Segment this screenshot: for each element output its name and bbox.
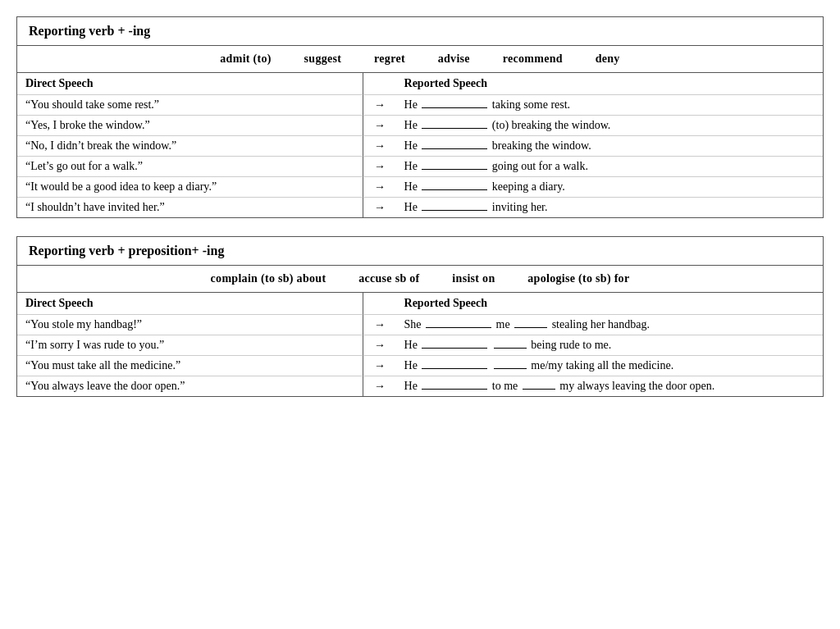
- s2-direct-1: “You stole my handbag!”: [17, 314, 363, 335]
- s2-reported-3: He me/my taking all the medicine.: [396, 355, 823, 376]
- s2-blank-3b: [494, 368, 527, 369]
- section2-header-row: Direct Speech Reported Speech: [17, 293, 823, 314]
- s2-reported-4: He to me my always leaving the door open…: [396, 376, 823, 396]
- s2-arrow-2: →: [363, 335, 395, 355]
- verb-s2-3: insist on: [452, 272, 495, 285]
- table-row: “You stole my handbag!” → She me stealin…: [17, 314, 823, 335]
- s2-direct-2: “I’m sorry I was rude to you.”: [17, 335, 363, 355]
- verb2: suggest: [304, 52, 342, 66]
- verb3: regret: [374, 52, 405, 66]
- s2-blank-1a: [426, 327, 491, 328]
- table-row: “You must take all the medicine.” → He m…: [17, 355, 823, 376]
- arrow-6: →: [363, 197, 395, 217]
- blank-3: [422, 148, 487, 149]
- arrow-2: →: [363, 115, 395, 135]
- direct-3: “No, I didn’t break the window.”: [17, 135, 363, 156]
- section2-reported-header: Reported Speech: [396, 293, 823, 314]
- verb-s2-4: apologise (to sb) for: [527, 272, 629, 285]
- section1-reported-header: Reported Speech: [396, 73, 823, 94]
- section1-verbs-row: admit (to) suggest regret advise recomme…: [17, 45, 823, 72]
- reported-2: He (to) breaking the window.: [396, 115, 823, 135]
- verb-s2-1: complain (to sb) about: [211, 272, 326, 285]
- s2-arrow-4: →: [363, 376, 395, 396]
- table-row: “Let’s go out for a walk.” → He going ou…: [17, 156, 823, 176]
- section2-container: Reporting verb + preposition+ -ing compl…: [16, 236, 824, 397]
- blank-1: [422, 107, 487, 108]
- blank-6: [422, 210, 487, 211]
- s2-blank-2b: [494, 348, 527, 349]
- reported-3: He breaking the window.: [396, 135, 823, 156]
- verb5: recommend: [503, 52, 563, 66]
- direct-1: “You should take some rest.”: [17, 94, 363, 115]
- section1-header-row: Direct Speech Reported Speech: [17, 73, 823, 94]
- direct-4: “Let’s go out for a walk.”: [17, 156, 363, 176]
- verb1: admit (to): [220, 52, 272, 66]
- direct-6: “I shouldn’t have invited her.”: [17, 197, 363, 217]
- section1-arrow-header: [363, 73, 395, 94]
- verb-s2-2: accuse sb of: [358, 272, 419, 285]
- section1-direct-header: Direct Speech: [17, 73, 363, 94]
- s2-reported-1: She me stealing her handbag.: [396, 314, 823, 335]
- table-row: “I shouldn’t have invited her.” → He inv…: [17, 197, 823, 217]
- reported-4: He going out for a walk.: [396, 156, 823, 176]
- table-row: “No, I didn’t break the window.” → He br…: [17, 135, 823, 156]
- section2-title: Reporting verb + preposition+ -ing: [17, 237, 823, 265]
- s2-reported-2: He being rude to me.: [396, 335, 823, 355]
- table-row: “I’m sorry I was rude to you.” → He bein…: [17, 335, 823, 355]
- s2-blank-4a: [422, 389, 487, 390]
- blank-4: [422, 169, 487, 170]
- blank-2: [422, 128, 487, 129]
- section2-table: Direct Speech Reported Speech “You stole…: [17, 292, 823, 396]
- verb4: advise: [438, 52, 470, 66]
- table-row: “It would be a good idea to keep a diary…: [17, 176, 823, 197]
- reported-1: He taking some rest.: [396, 94, 823, 115]
- s2-arrow-3: →: [363, 355, 395, 376]
- verb6: deny: [596, 52, 620, 66]
- section1-container: Reporting verb + -ing admit (to) suggest…: [16, 16, 824, 218]
- arrow-1: →: [363, 94, 395, 115]
- arrow-5: →: [363, 176, 395, 197]
- table-row: “You always leave the door open.” → He t…: [17, 376, 823, 396]
- reported-5: He keeping a diary.: [396, 176, 823, 197]
- s2-direct-4: “You always leave the door open.”: [17, 376, 363, 396]
- table-row: “You should take some rest.” → He taking…: [17, 94, 823, 115]
- s2-blank-3a: [422, 368, 487, 369]
- reported-6: He inviting her.: [396, 197, 823, 217]
- section2-direct-header: Direct Speech: [17, 293, 363, 314]
- s2-arrow-1: →: [363, 314, 395, 335]
- table-row: “Yes, I broke the window.” → He (to) bre…: [17, 115, 823, 135]
- s2-blank-1b: [514, 327, 547, 328]
- section1-table: Direct Speech Reported Speech “You shoul…: [17, 72, 823, 217]
- s2-blank-4b: [523, 389, 555, 390]
- s2-direct-3: “You must take all the medicine.”: [17, 355, 363, 376]
- direct-2: “Yes, I broke the window.”: [17, 115, 363, 135]
- blank-5: [422, 189, 487, 190]
- arrow-3: →: [363, 135, 395, 156]
- arrow-4: →: [363, 156, 395, 176]
- section1-title: Reporting verb + -ing: [17, 17, 823, 45]
- section2-verbs-row: complain (to sb) about accuse sb of insi…: [17, 265, 823, 292]
- section2-arrow-header: [363, 293, 395, 314]
- s2-blank-2a: [422, 348, 487, 349]
- direct-5: “It would be a good idea to keep a diary…: [17, 176, 363, 197]
